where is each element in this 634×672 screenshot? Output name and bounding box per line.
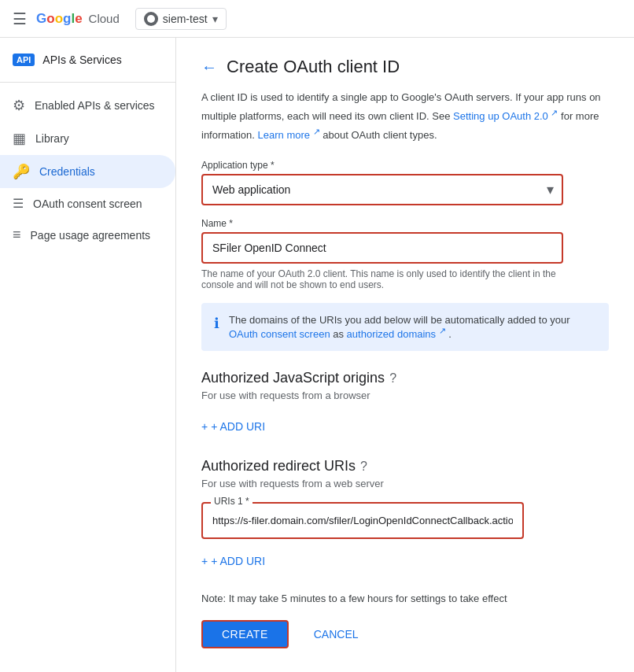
sidebar-item-page-usage[interactable]: ≡ Page usage agreements [0, 219, 175, 251]
create-button[interactable]: CREATE [201, 620, 289, 648]
intro-text-part3: about OAuth client types. [323, 129, 437, 141]
redirect-uris-section: Authorized redirect URIs ? For use with … [201, 458, 609, 574]
app-type-label: Application type * [201, 160, 563, 171]
api-badge: API [13, 54, 35, 66]
authorized-domains-link[interactable]: authorized domains ↗ [347, 328, 449, 340]
sidebar-item-label: Credentials [39, 165, 95, 178]
add-uri-button-1[interactable]: + + ADD URI [201, 414, 265, 439]
app-type-value: Web application [212, 183, 290, 196]
redirect-uris-title: Authorized redirect URIs ? [201, 458, 609, 474]
info-box: ℹ The domains of the URIs you add below … [201, 303, 609, 351]
name-label: Name * [201, 218, 563, 229]
cancel-button[interactable]: CANCEL [301, 622, 371, 647]
name-input[interactable] [212, 242, 552, 254]
credentials-icon: 🔑 [13, 163, 30, 180]
cloud-label: Cloud [89, 12, 120, 25]
js-origins-title: Authorized JavaScript origins ? [201, 370, 609, 386]
intro-text: A client ID is used to identify a single… [201, 90, 609, 144]
learn-more-link[interactable]: Learn more ↗ [258, 129, 323, 141]
main-layout: API APIs & Services ⚙ Enabled APIs & ser… [0, 38, 634, 672]
page-header: ← Create OAuth client ID [201, 57, 609, 77]
svg-point-0 [147, 15, 155, 23]
sidebar-item-credentials[interactable]: 🔑 Credentials [0, 155, 175, 188]
uri-input[interactable] [203, 504, 522, 537]
js-origins-help-icon[interactable]: ? [389, 371, 396, 386]
sidebar-item-label: Page usage agreements [31, 229, 151, 242]
page-title: Create OAuth client ID [227, 57, 400, 77]
uri-field-label: URIs 1 * [211, 496, 252, 507]
sidebar-header: API APIs & Services [0, 44, 175, 76]
library-icon: ▦ [13, 130, 26, 147]
uri-field-wrapper: URIs 1 * [201, 502, 524, 539]
redirect-uris-subtitle: For use with requests from a web server [201, 478, 609, 489]
note-text: Note: It may take 5 minutes to a few hou… [201, 593, 609, 604]
js-origins-section: Authorized JavaScript origins ? For use … [201, 370, 609, 439]
sidebar: API APIs & Services ⚙ Enabled APIs & ser… [0, 38, 176, 672]
add-uri-label-1: + ADD URI [211, 420, 265, 433]
setup-oauth-link[interactable]: Setting up OAuth 2.0 ↗ [453, 110, 561, 122]
add-uri-button-2[interactable]: + + ADD URI [201, 548, 265, 574]
sidebar-item-library[interactable]: ▦ Library [0, 122, 175, 155]
oauth-icon: ☰ [13, 196, 24, 211]
js-origins-subtitle: For use with requests from a browser [201, 390, 609, 401]
oauth-consent-link[interactable]: OAuth consent screen [229, 328, 333, 340]
project-name: siem-test [163, 13, 208, 25]
google-cloud-logo: Google Cloud [36, 11, 120, 27]
ext-link-icon-3: ↗ [439, 326, 446, 335]
select-arrow-icon: ▾ [547, 181, 554, 198]
back-button[interactable]: ← [201, 58, 217, 76]
plus-icon-2: + [201, 555, 208, 567]
name-field-group: Name * The name of your OAuth 2.0 client… [201, 218, 563, 290]
ext-link-icon-2: ↗ [313, 127, 320, 136]
project-dropdown-icon: ▾ [212, 13, 218, 25]
page-usage-icon: ≡ [13, 227, 21, 243]
redirect-uris-help-icon[interactable]: ? [360, 460, 367, 474]
sidebar-item-oauth-consent[interactable]: ☰ OAuth consent screen [0, 188, 175, 219]
info-box-content: The domains of the URIs you add below wi… [229, 314, 596, 340]
info-icon: ℹ [214, 315, 219, 332]
action-buttons: CREATE CANCEL [201, 620, 609, 648]
app-type-field-group: Application type * Web application ▾ [201, 160, 563, 205]
menu-icon[interactable]: ☰ [13, 9, 27, 28]
project-avatar [144, 12, 158, 26]
sidebar-item-enabled-apis[interactable]: ⚙ Enabled APIs & services [0, 89, 175, 122]
plus-icon-1: + [201, 420, 208, 433]
ext-link-icon-1: ↗ [551, 108, 558, 117]
topbar: ☰ Google Cloud siem-test ▾ [0, 0, 634, 38]
sidebar-item-label: Library [35, 132, 69, 145]
sidebar-title: APIs & Services [42, 54, 121, 66]
enabled-apis-icon: ⚙ [13, 97, 25, 114]
add-uri-label-2: + ADD URI [211, 555, 265, 567]
app-type-select[interactable]: Web application ▾ [201, 174, 563, 205]
main-content: ← Create OAuth client ID A client ID is … [176, 38, 634, 672]
project-selector[interactable]: siem-test ▾ [135, 8, 227, 30]
sidebar-item-label: OAuth consent screen [33, 198, 142, 210]
name-input-wrapper [201, 232, 563, 264]
sidebar-item-label: Enabled APIs & services [35, 99, 155, 112]
name-helper-text: The name of your OAuth 2.0 client. This … [201, 268, 563, 290]
